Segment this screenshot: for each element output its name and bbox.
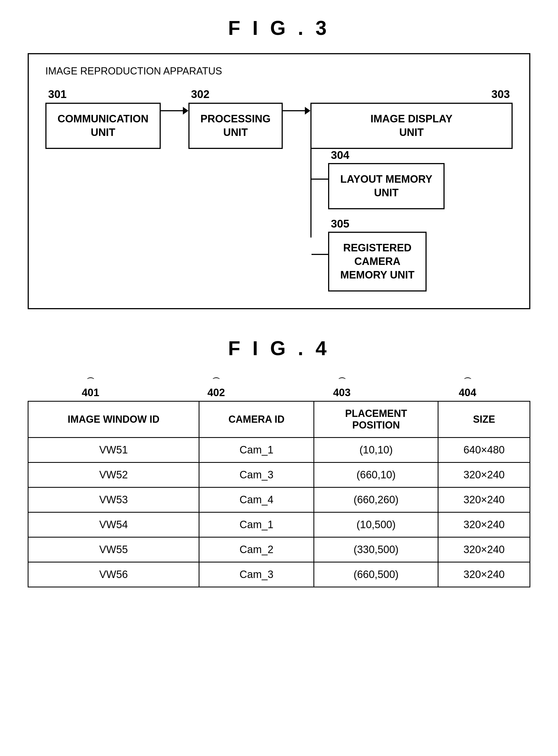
arrow-302-303 — [283, 107, 310, 115]
cell-size-0: 640×480 — [438, 437, 530, 462]
table-row: VW51 Cam_1 (10,10) 640×480 — [28, 437, 530, 462]
cell-camera-id-2: Cam_4 — [199, 487, 314, 512]
block303-number: 303 — [491, 88, 510, 100]
cell-camera-id-4: Cam_2 — [199, 537, 314, 562]
vertical-connector — [310, 149, 311, 238]
col402-number: ⌒ 402 — [153, 376, 279, 398]
table-row: VW52 Cam_3 (660,10) 320×240 — [28, 462, 530, 487]
block304-number: 304 — [331, 149, 349, 162]
cell-camera-id-3: Cam_1 — [199, 512, 314, 537]
arrow-301-302 — [161, 107, 188, 115]
fig3-title: F I G . 3 — [28, 17, 530, 39]
cell-placement-position-3: (10,500) — [314, 512, 438, 537]
cell-placement-position-5: (660,500) — [314, 562, 438, 587]
cell-placement-position-1: (660,10) — [314, 462, 438, 487]
fig4-section: F I G . 4 ⌒ 401 ⌒ 402 ⌒ 403 — [28, 337, 530, 587]
col401-label: ⌒ 401 — [28, 376, 153, 399]
col401-number: ⌒ 401 — [28, 376, 153, 398]
cell-camera-id-0: Cam_1 — [199, 437, 314, 462]
cell-size-4: 320×240 — [438, 537, 530, 562]
right-section: 303 IMAGE DISPLAYUNIT — [310, 88, 513, 292]
block-305-wrapper: 305 REGISTEREDCAMERAMEMORY UNIT — [311, 218, 513, 292]
block-layout-memory-unit: LAYOUT MEMORYUNIT — [328, 163, 445, 209]
column-numbers-row: ⌒ 401 ⌒ 402 ⌒ 403 ⌒ 404 — [28, 376, 530, 399]
block301-number: 301 — [48, 88, 67, 100]
cell-image-window-id-3: VW54 — [28, 512, 199, 537]
col-camera-id-header: CAMERA ID — [199, 401, 314, 437]
cell-placement-position-0: (10,10) — [314, 437, 438, 462]
block302-number: 302 — [191, 88, 210, 100]
col403-label: ⌒ 403 — [279, 376, 405, 399]
table-row: VW54 Cam_1 (10,500) 320×240 — [28, 512, 530, 537]
h-line-304 — [311, 178, 328, 180]
col403-number: ⌒ 403 — [279, 376, 405, 398]
block-303-wrapper: 303 IMAGE DISPLAYUNIT — [310, 88, 513, 149]
col404-number: ⌒ 404 — [405, 376, 530, 398]
block-processing-unit: PROCESSINGUNIT — [188, 103, 283, 149]
apparatus-label: IMAGE REPRODUCTION APPARATUS — [45, 65, 513, 77]
fig4-table-area: ⌒ 401 ⌒ 402 ⌒ 403 ⌒ 404 — [28, 376, 530, 587]
sub-blocks-col: 304 LAYOUT MEMORYUNIT — [311, 149, 513, 292]
fig3-section: F I G . 3 IMAGE REPRODUCTION APPARATUS 3… — [28, 17, 530, 309]
h-line-305 — [311, 254, 328, 255]
cell-camera-id-1: Cam_3 — [199, 462, 314, 487]
cell-placement-position-2: (660,260) — [314, 487, 438, 512]
block-301-wrapper: 301 COMMUNICATIONUNIT — [45, 88, 161, 149]
col-placement-position-header: PLACEMENTPOSITION — [314, 401, 438, 437]
block305-number: 305 — [331, 218, 349, 230]
cell-image-window-id-4: VW55 — [28, 537, 199, 562]
col-image-window-id-header: IMAGE WINDOW ID — [28, 401, 199, 437]
cell-image-window-id-5: VW56 — [28, 562, 199, 587]
col402-label: ⌒ 402 — [153, 376, 279, 399]
fig3-diagram: IMAGE REPRODUCTION APPARATUS 301 COMMUNI… — [28, 53, 530, 309]
v-line-main — [310, 149, 311, 238]
fig4-title: F I G . 4 — [28, 337, 530, 360]
table-header-row: IMAGE WINDOW ID CAMERA ID PLACEMENTPOSIT… — [28, 401, 530, 437]
cell-camera-id-5: Cam_3 — [199, 562, 314, 587]
table-row: VW55 Cam_2 (330,500) 320×240 — [28, 537, 530, 562]
cell-image-window-id-0: VW51 — [28, 437, 199, 462]
block-image-display-unit: IMAGE DISPLAYUNIT — [310, 103, 513, 149]
block-registered-camera-memory-unit: REGISTEREDCAMERAMEMORY UNIT — [328, 232, 427, 292]
table-row: VW56 Cam_3 (660,500) 320×240 — [28, 562, 530, 587]
cell-image-window-id-2: VW53 — [28, 487, 199, 512]
cell-size-3: 320×240 — [438, 512, 530, 537]
block-302-wrapper: 302 PROCESSINGUNIT — [188, 88, 283, 149]
cell-size-1: 320×240 — [438, 462, 530, 487]
sub-blocks-area: 304 LAYOUT MEMORYUNIT — [310, 149, 513, 292]
block-304-wrapper: 304 LAYOUT MEMORYUNIT — [311, 149, 513, 209]
cell-size-2: 320×240 — [438, 487, 530, 512]
cell-image-window-id-1: VW52 — [28, 462, 199, 487]
table-row: VW53 Cam_4 (660,260) 320×240 — [28, 487, 530, 512]
cell-placement-position-4: (330,500) — [314, 537, 438, 562]
block-communication-unit: COMMUNICATIONUNIT — [45, 103, 161, 149]
col404-label: ⌒ 404 — [405, 376, 530, 399]
cell-size-5: 320×240 — [438, 562, 530, 587]
fig4-table: IMAGE WINDOW ID CAMERA ID PLACEMENTPOSIT… — [28, 401, 530, 587]
col-size-header: SIZE — [438, 401, 530, 437]
